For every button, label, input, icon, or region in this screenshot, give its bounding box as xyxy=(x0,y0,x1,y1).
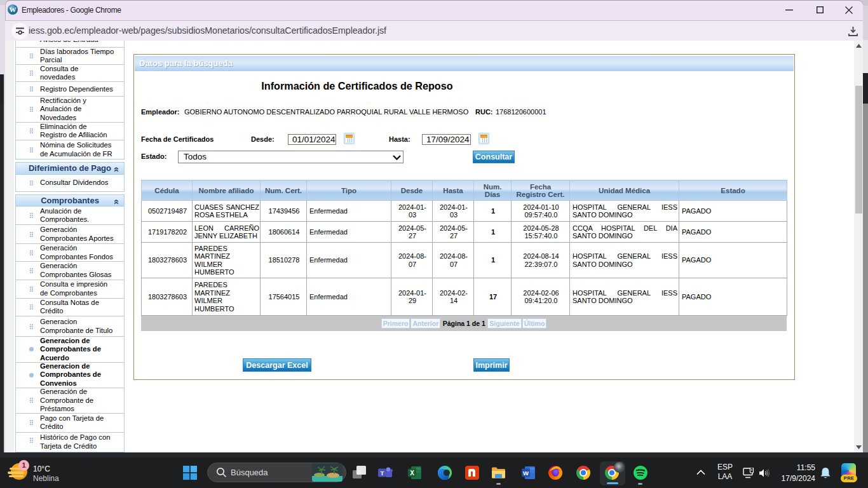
svg-text:X: X xyxy=(410,470,414,477)
svg-text:T: T xyxy=(381,470,384,477)
svg-text:W: W xyxy=(523,470,529,477)
